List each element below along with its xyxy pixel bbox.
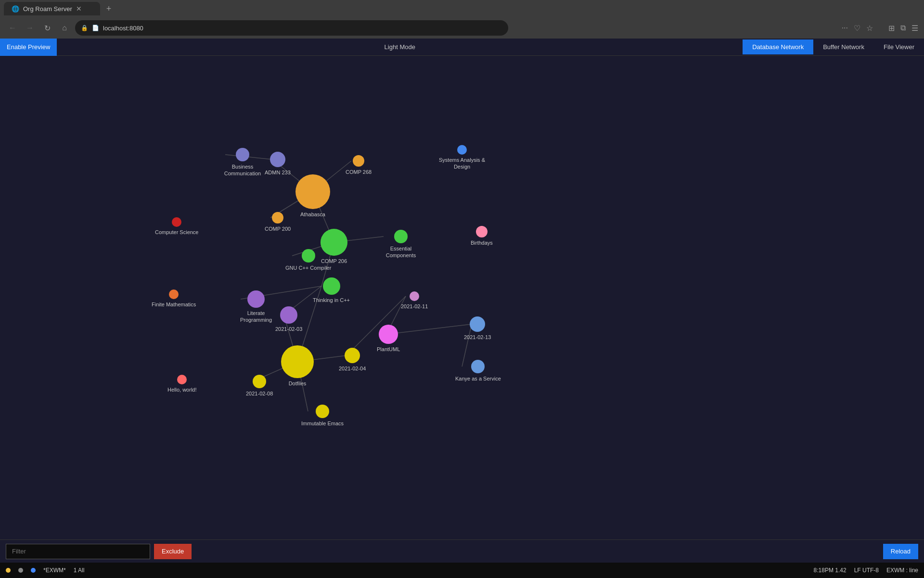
node-label-essential-components: Essential Components	[377, 245, 425, 259]
node-label-birthdays: Birthdays	[471, 239, 493, 246]
node-2021-02-11[interactable]: 2021-02-11	[401, 291, 428, 310]
node-circle-birthdays	[476, 226, 488, 237]
url-box[interactable]: 🔒 📄 localhost:8080	[75, 20, 508, 36]
node-plantUML[interactable]: PlantUML	[377, 325, 400, 353]
node-athabasca[interactable]: Athabasca	[295, 174, 330, 218]
pocket-icon[interactable]: ♡	[854, 24, 860, 33]
node-label-2021-02-08: 2021-02-08	[246, 390, 273, 397]
status-right: 8:18PM 1.42 LF UTF-8 EXWM : line	[814, 567, 918, 574]
edges-svg	[0, 56, 924, 539]
node-circle-2021-02-11	[410, 291, 419, 301]
tab-database-network[interactable]: Database Network	[743, 39, 813, 54]
new-tab-button[interactable]: +	[102, 2, 116, 15]
node-circle-2021-02-03	[280, 306, 297, 324]
node-essential-components[interactable]: Essential Components	[377, 230, 425, 259]
node-circle-business-comm	[236, 148, 249, 161]
node-hello-world[interactable]: Hello, world!	[167, 375, 197, 393]
node-label-gnu-cpp: GNU C++ Compiler	[285, 264, 331, 271]
bottom-bar: Exclude Reload	[0, 539, 924, 563]
node-circle-plantUML	[379, 325, 398, 344]
node-circle-2021-02-04	[345, 348, 360, 363]
enable-preview-button[interactable]: Enable Preview	[0, 39, 57, 56]
status-bar: *EXWM* 1 All 8:18PM 1.42 LF UTF-8 EXWM :…	[0, 563, 924, 578]
browser-right-icons: ··· ♡ ☆ ⊞ ⧉ ☰	[842, 24, 918, 33]
node-kanye[interactable]: Kanye as a Service	[455, 360, 501, 382]
tabs-icon[interactable]: ⧉	[900, 24, 906, 33]
node-label-kanye: Kanye as a Service	[455, 375, 501, 382]
mode-display: EXWM : line	[886, 567, 918, 574]
nav-tabs: Database Network Buffer Network File Vie…	[743, 39, 924, 54]
time-display: 8:18PM 1.42	[814, 567, 847, 574]
tab-bar: 🌐 Org Roam Server ✕ +	[0, 0, 924, 17]
exclude-button[interactable]: Exclude	[154, 544, 192, 559]
filter-input[interactable]	[6, 544, 150, 559]
workspace-num: 1 All	[74, 567, 85, 574]
node-label-business-comm: Business Communication	[218, 163, 267, 177]
url-text: localhost:8080	[103, 25, 143, 32]
node-circle-dotfiles	[281, 345, 314, 378]
browser-chrome: 🌐 Org Roam Server ✕ + ← → ↻ ⌂ 🔒 📄 localh…	[0, 0, 924, 39]
status-dot-yellow	[6, 568, 11, 573]
node-label-dotfiles: Dotfiles	[289, 380, 307, 387]
node-circle-2021-02-13	[470, 316, 485, 332]
reload-button[interactable]: Reload	[883, 544, 918, 559]
node-2021-02-03[interactable]: 2021-02-03	[275, 306, 302, 332]
node-finite-math[interactable]: Finite Mathematics	[152, 289, 196, 308]
node-computer-science[interactable]: Computer Science	[155, 217, 199, 236]
lock-icon: 🔒	[81, 25, 88, 31]
node-label-computer-science: Computer Science	[155, 229, 199, 236]
tab-file-viewer[interactable]: File Viewer	[874, 39, 924, 54]
node-thinking-cpp[interactable]: Thinking in C++	[313, 277, 350, 303]
tab-buffer-network[interactable]: Buffer Network	[813, 39, 874, 54]
node-literate-prog[interactable]: Literate Programming	[232, 290, 280, 324]
node-label-literate-prog: Literate Programming	[232, 310, 280, 324]
node-circle-thinking-cpp	[323, 277, 340, 295]
node-circle-admn233	[270, 152, 285, 167]
node-systems-analysis[interactable]: Systems Analysis & Design	[438, 145, 486, 171]
node-birthdays[interactable]: Birthdays	[471, 226, 493, 246]
node-comp268[interactable]: COMP 268	[346, 155, 372, 175]
menu-icon[interactable]: ☰	[911, 24, 918, 33]
node-2021-02-08[interactable]: 2021-02-08	[246, 375, 273, 397]
node-label-2021-02-04: 2021-02-04	[339, 365, 366, 372]
node-circle-comp200	[272, 212, 283, 223]
sidebar-icon[interactable]: ⊞	[888, 24, 895, 33]
light-mode-label: Light Mode	[57, 43, 743, 51]
app-bar: Enable Preview Light Mode Database Netwo…	[0, 39, 924, 56]
node-circle-systems-analysis	[457, 145, 467, 155]
node-2021-02-04[interactable]: 2021-02-04	[339, 348, 366, 372]
node-label-hello-world: Hello, world!	[167, 386, 197, 393]
node-comp200[interactable]: COMP 200	[265, 212, 291, 232]
node-circle-finite-math	[169, 289, 179, 299]
page-icon: 📄	[92, 25, 99, 31]
status-dot-gray	[18, 568, 23, 573]
main-canvas: Business CommunicationADMN 233COMP 268At…	[0, 56, 924, 539]
node-admn233[interactable]: ADMN 233	[265, 152, 291, 176]
forward-button[interactable]: →	[23, 21, 37, 35]
tab-favicon: 🌐	[12, 5, 19, 13]
node-label-comp200: COMP 200	[265, 225, 291, 232]
node-label-plantUML: PlantUML	[377, 346, 400, 353]
node-business-comm[interactable]: Business Communication	[218, 148, 267, 177]
back-button[interactable]: ←	[6, 21, 19, 35]
node-label-thinking-cpp: Thinking in C++	[313, 297, 350, 303]
node-label-athabasca: Athabasca	[300, 211, 325, 218]
node-immutable-emacs[interactable]: Immutable Emacs	[301, 405, 344, 427]
node-circle-kanye	[471, 360, 485, 373]
node-circle-2021-02-08	[253, 375, 266, 388]
node-circle-computer-science	[172, 217, 181, 227]
node-circle-athabasca	[295, 174, 330, 209]
node-label-admn233: ADMN 233	[265, 169, 291, 176]
node-dotfiles[interactable]: Dotfiles	[281, 345, 314, 387]
node-label-immutable-emacs: Immutable Emacs	[301, 420, 344, 427]
reload-page-button[interactable]: ↻	[40, 21, 54, 35]
home-button[interactable]: ⌂	[58, 21, 71, 35]
node-gnu-cpp[interactable]: GNU C++ Compiler	[285, 249, 331, 271]
more-options-icon[interactable]: ···	[842, 24, 848, 33]
node-2021-02-13[interactable]: 2021-02-13	[464, 316, 491, 341]
tab-close-button[interactable]: ✕	[76, 5, 82, 13]
node-circle-hello-world	[177, 375, 187, 384]
node-label-2021-02-11: 2021-02-11	[401, 303, 428, 310]
active-tab[interactable]: 🌐 Org Roam Server ✕	[4, 2, 100, 15]
star-icon[interactable]: ☆	[866, 24, 873, 33]
